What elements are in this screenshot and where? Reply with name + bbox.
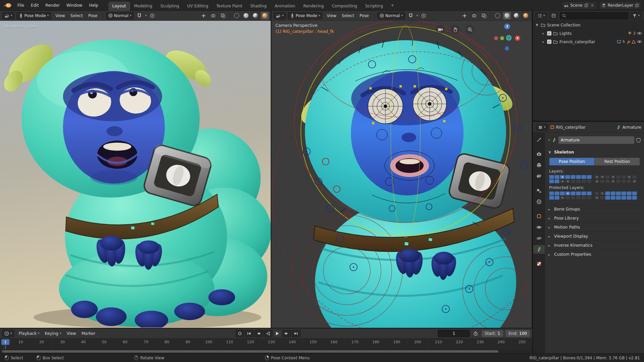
- protected-layer-toggle[interactable]: [610, 191, 615, 195]
- armature-layer-toggle[interactable]: [632, 175, 637, 179]
- protected-layer-toggle[interactable]: [576, 191, 581, 195]
- timeline-scroll-thumb[interactable]: [2, 350, 498, 353]
- armature-layer-toggle[interactable]: [549, 179, 554, 183]
- protected-layer-toggle[interactable]: [554, 196, 559, 200]
- panel-header[interactable]: ▸ Motion Paths: [548, 223, 641, 232]
- gizmo-z-neg-axis[interactable]: [505, 46, 509, 51]
- viewport-canvas-rendered[interactable]: Rendering Done: [0, 21, 271, 328]
- shading-material-button[interactable]: [252, 12, 259, 19]
- shading-wireframe-button[interactable]: [233, 12, 240, 19]
- menu-item[interactable]: Render: [42, 2, 63, 9]
- armature-layer-toggle[interactable]: [605, 175, 610, 179]
- snapping-toggle[interactable]: [407, 12, 415, 19]
- editor-type-button[interactable]: ▾: [2, 330, 14, 337]
- outliner-search[interactable]: [560, 12, 629, 19]
- armature-layer-toggle[interactable]: [621, 175, 626, 179]
- protected-layer-toggle[interactable]: [616, 196, 621, 200]
- properties-tab-tool[interactable]: [534, 135, 544, 144]
- protected-layer-toggle[interactable]: [627, 191, 632, 195]
- armature-layer-toggle[interactable]: [576, 179, 581, 183]
- armature-layer-toggle[interactable]: [616, 175, 621, 179]
- protected-layer-toggle[interactable]: [560, 191, 565, 195]
- armature-layer-toggle[interactable]: [554, 175, 559, 179]
- workspace-tab[interactable]: Texture Paint: [212, 2, 246, 11]
- panel-header[interactable]: ▸ Bone Groups: [548, 204, 641, 214]
- view-layer-selector[interactable]: RenderLayer: [599, 1, 641, 9]
- armature-layer-toggle[interactable]: [616, 179, 621, 183]
- armature-layer-toggle[interactable]: [594, 175, 599, 179]
- panel-header[interactable]: ▸ Viewport Display: [548, 232, 641, 241]
- protected-layer-toggle[interactable]: [565, 196, 570, 200]
- protected-layer-toggle[interactable]: [621, 191, 626, 195]
- protected-layer-toggle[interactable]: [576, 196, 581, 200]
- viewport-menu[interactable]: Select: [68, 12, 86, 19]
- outliner-row-lights[interactable]: ▸ ✓ Lights 2: [533, 29, 644, 38]
- armature-layer-toggle[interactable]: [587, 175, 592, 179]
- properties-tab-render[interactable]: [534, 150, 544, 159]
- timeline-menu[interactable]: Marker▾: [79, 330, 98, 337]
- overlays-toggle[interactable]: [209, 12, 217, 19]
- armature-layer-toggle[interactable]: [600, 175, 605, 179]
- menu-item[interactable]: Help: [86, 2, 101, 9]
- armature-layer-toggle[interactable]: [627, 179, 632, 183]
- armature-layer-toggle[interactable]: [581, 175, 586, 179]
- viewport-menu[interactable]: Pose: [86, 12, 100, 19]
- transform-orientation-selector[interactable]: Normal ▾: [377, 12, 405, 19]
- shading-rendered-button[interactable]: [261, 12, 269, 19]
- editor-type-button[interactable]: ▾: [2, 12, 15, 19]
- shading-wireframe-button[interactable]: [494, 12, 501, 19]
- overlays-toggle[interactable]: [470, 12, 478, 19]
- rest-position-button[interactable]: Rest Position: [595, 158, 640, 166]
- protected-layer-toggle[interactable]: [632, 191, 637, 195]
- pan-hand-icon[interactable]: [450, 25, 460, 34]
- protected-layer-toggle[interactable]: [565, 191, 570, 195]
- protected-layer-toggle[interactable]: [600, 191, 605, 195]
- outliner-search-input[interactable]: [568, 13, 627, 18]
- workspace-tab[interactable]: Sculpting: [156, 2, 183, 11]
- zoom-icon[interactable]: [465, 25, 475, 34]
- workspace-tab[interactable]: UV Editing: [183, 2, 212, 11]
- copy-icon[interactable]: [584, 3, 588, 7]
- protected-layer-toggle[interactable]: [616, 191, 621, 195]
- armature-layer-toggle[interactable]: [594, 179, 599, 183]
- play-button[interactable]: [273, 330, 282, 337]
- frame-end-field[interactable]: End:100: [505, 330, 530, 337]
- protected-layer-toggle[interactable]: [621, 196, 626, 200]
- display-mode-selector[interactable]: [549, 12, 558, 19]
- editor-type-button[interactable]: ▾: [535, 12, 547, 19]
- armature-layer-toggle[interactable]: [560, 179, 565, 183]
- gizmo-x-neg-axis[interactable]: [500, 36, 504, 40]
- mode-selector[interactable]: Pose Mode ▾: [16, 12, 51, 19]
- workspace-tab[interactable]: Rendering: [299, 2, 328, 11]
- viewport-menu[interactable]: Select: [339, 12, 357, 19]
- protected-layer-toggle[interactable]: [581, 191, 586, 195]
- armature-layer-toggle[interactable]: [632, 179, 637, 183]
- armature-layer-toggle[interactable]: [565, 179, 570, 183]
- workspace-tab[interactable]: Layout: [108, 2, 130, 11]
- workspace-tab[interactable]: Modeling: [130, 2, 157, 11]
- copy-icon[interactable]: [635, 3, 639, 7]
- gizmo-y-axis[interactable]: [494, 36, 498, 40]
- collection-checkbox[interactable]: ✓: [547, 31, 551, 36]
- camera-view-icon[interactable]: [436, 25, 445, 34]
- gizmo-center[interactable]: [506, 35, 512, 41]
- jump-to-start-button[interactable]: [245, 330, 254, 337]
- snapping-toggle[interactable]: [136, 12, 144, 19]
- properties-tab-object[interactable]: [534, 212, 544, 221]
- protected-layer-toggle[interactable]: [594, 191, 599, 195]
- properties-tab-world[interactable]: [534, 197, 544, 206]
- viewport-canvas-camera[interactable]: Camera Perspective (1) RIG_caterpillar :…: [271, 21, 532, 328]
- frame-start-field[interactable]: Start:1: [481, 330, 503, 337]
- protected-layer-toggle[interactable]: [560, 196, 565, 200]
- panel-header[interactable]: ▸ Pose Library: [548, 214, 641, 223]
- shading-solid-button[interactable]: [503, 12, 511, 19]
- workspace-tab[interactable]: Shading: [246, 2, 271, 11]
- protected-layer-toggle[interactable]: [600, 196, 605, 200]
- armature-layer-toggle[interactable]: [605, 179, 610, 183]
- armature-layer-toggle[interactable]: [554, 179, 559, 183]
- menu-item[interactable]: Edit: [28, 2, 42, 9]
- timeline-menu[interactable]: Keying▾: [42, 330, 64, 337]
- properties-tab-view-layer[interactable]: [534, 172, 544, 181]
- eye-icon[interactable]: [637, 40, 642, 44]
- protected-layer-toggle[interactable]: [549, 191, 554, 195]
